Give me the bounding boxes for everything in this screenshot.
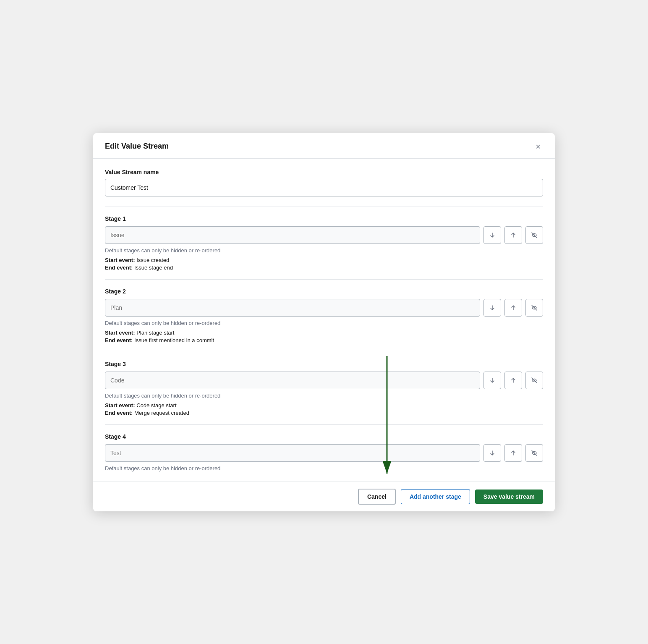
stage-1-start-event: Start event: Issue created — [105, 257, 543, 263]
stage-2-up-button[interactable] — [504, 299, 522, 317]
stage-3-hide-button[interactable] — [525, 372, 543, 389]
stage-3-row — [105, 372, 543, 389]
modal-overlay: Edit Value Stream × Value Stream name St… — [8, 133, 640, 511]
stage-1-events: Start event: Issue created End event: Is… — [105, 257, 543, 271]
save-button[interactable]: Save value stream — [475, 490, 543, 504]
arrow-down-icon — [489, 377, 496, 384]
add-stage-button[interactable]: Add another stage — [401, 489, 470, 504]
svg-line-8 — [532, 378, 537, 383]
stage-3-title: Stage 3 — [105, 361, 543, 367]
stage-1-row — [105, 226, 543, 244]
stage-2-hint: Default stages can only be hidden or re-… — [105, 320, 543, 326]
stage-4-section: Stage 4 — [105, 424, 543, 471]
modal-footer: Cancel Add another stage Save value stre… — [93, 482, 555, 511]
stream-name-field: Value Stream name — [105, 169, 543, 207]
stream-name-input[interactable] — [105, 179, 543, 196]
arrow-down-icon — [489, 304, 496, 311]
modal-title: Edit Value Stream — [105, 142, 169, 151]
stage-1-up-button[interactable] — [504, 226, 522, 244]
stage-1-title: Stage 1 — [105, 215, 543, 222]
stage-2-hide-button[interactable] — [525, 299, 543, 317]
eye-slash-icon — [531, 377, 538, 384]
stage-1-hide-button[interactable] — [525, 226, 543, 244]
eye-slash-icon — [531, 232, 538, 238]
cancel-button[interactable]: Cancel — [358, 489, 396, 505]
stage-2-name-input[interactable] — [105, 299, 480, 317]
stage-4-hint: Default stages can only be hidden or re-… — [105, 465, 543, 471]
stage-4-title: Stage 4 — [105, 433, 543, 440]
stage-1-hint: Default stages can only be hidden or re-… — [105, 247, 543, 254]
modal-header: Edit Value Stream × — [93, 133, 555, 159]
stage-4-up-button[interactable] — [504, 444, 522, 462]
arrow-up-icon — [510, 377, 517, 384]
stage-4-row — [105, 444, 543, 462]
arrow-down-icon — [489, 232, 496, 238]
svg-line-2 — [532, 233, 537, 238]
arrow-down-icon — [489, 450, 496, 456]
stage-3-events: Start event: Code stage start End event:… — [105, 402, 543, 416]
stage-3-hint: Default stages can only be hidden or re-… — [105, 393, 543, 399]
stage-2-events: Start event: Plan stage start End event:… — [105, 330, 543, 343]
svg-line-5 — [532, 305, 537, 310]
stage-2-start-event: Start event: Plan stage start — [105, 330, 543, 336]
stage-1-end-event: End event: Issue stage end — [105, 264, 543, 271]
stage-2-end-event: End event: Issue first mentioned in a co… — [105, 337, 543, 343]
stage-3-end-event: End event: Merge request created — [105, 410, 543, 416]
arrow-up-icon — [510, 304, 517, 311]
stage-1-down-button[interactable] — [483, 226, 501, 244]
eye-slash-icon — [531, 450, 538, 456]
stage-4-down-button[interactable] — [483, 444, 501, 462]
arrow-up-icon — [510, 450, 517, 456]
stage-4-hide-button[interactable] — [525, 444, 543, 462]
close-button[interactable]: × — [533, 141, 543, 152]
stage-3-name-input[interactable] — [105, 372, 480, 389]
arrow-up-icon — [510, 232, 517, 238]
eye-slash-icon — [531, 304, 538, 311]
stage-2-row — [105, 299, 543, 317]
stage-4-name-input[interactable] — [105, 444, 480, 462]
stage-2-section: Stage 2 — [105, 279, 543, 343]
stage-3-up-button[interactable] — [504, 372, 522, 389]
stage-3-section: Stage 3 — [105, 352, 543, 416]
edit-value-stream-modal: Edit Value Stream × Value Stream name St… — [93, 133, 555, 511]
stream-name-label: Value Stream name — [105, 169, 543, 175]
stage-1-name-input[interactable] — [105, 226, 480, 244]
stage-3-down-button[interactable] — [483, 372, 501, 389]
stage-1-section: Stage 1 — [105, 207, 543, 271]
stage-2-down-button[interactable] — [483, 299, 501, 317]
modal-body: Value Stream name Stage 1 — [93, 159, 555, 482]
stage-2-title: Stage 2 — [105, 288, 543, 295]
stage-3-start-event: Start event: Code stage start — [105, 402, 543, 408]
